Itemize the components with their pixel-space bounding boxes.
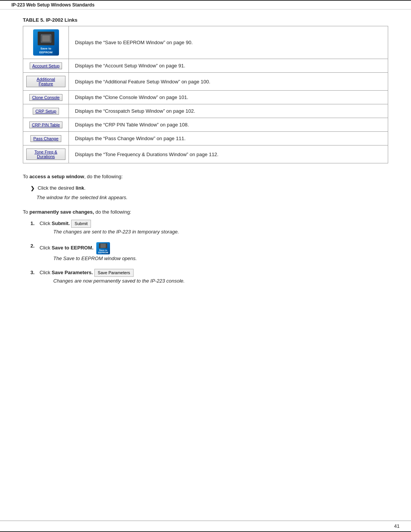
access-bold-text: access a setup window [29,174,84,179]
table-row: Additional Feature Displays the “Additio… [23,73,388,91]
pass-change-button[interactable]: Pass Change [30,135,61,142]
content-area: TABLE 5. IP-2002 Links Save toEEPROM Dis… [0,10,411,521]
page-wrapper: IP-223 Web Setup Windows Standards TABLE… [0,0,411,532]
account-setup-button[interactable]: Account Setup [30,62,62,69]
account-setup-desc: Displays the “Account Setup Window” on p… [69,59,388,73]
access-step-item: ❯ Click the desired link. [30,184,388,193]
save-instructions-section: To permanently save changes, do the foll… [23,208,388,288]
table-title-text: IP-2002 Links [45,17,78,23]
step-2: 2. Click Save to EEPROM. Save toEEPROM T… [30,242,388,266]
chip-visual [38,32,54,45]
step-1-prefix: Click [40,220,52,226]
step-1-bold: Submit. [52,220,70,226]
eeprom-label: Save toEEPROM [39,47,53,54]
save-intro-para: To permanently save changes, do the foll… [23,208,388,216]
table-row: Save toEEPROM Displays the “Save to EEPR… [23,26,388,59]
additional-feature-button[interactable]: Additional Feature [26,76,65,87]
page-number: 41 [394,523,400,529]
step-2-content: Click Save to EEPROM. Save toEEPROM The … [40,242,388,266]
instructions-section: To access a setup window, do the followi… [23,173,388,202]
crp-setup-cell: CRP Setup [23,104,69,118]
crp-setup-desc: Displays the “Crosspatch Setup Window” o… [69,104,388,118]
save-bold-text: permanently save changes, [29,209,94,215]
eeprom-desc: Displays the “Save to EEPROM Window” on … [69,26,388,59]
access-step-suffix: . [84,185,86,191]
access-step-prefix: Click the desired [38,185,76,191]
step-1-num: 1. [30,220,40,228]
eeprom-icon-button[interactable]: Save toEEPROM [33,29,59,56]
inline-eeprom-icon[interactable]: Save toEEPROM [96,242,110,254]
clone-console-desc: Displays the “Clone Console Window” on p… [69,91,388,104]
crp-pin-table-desc: Displays the “CRP PIN Table Window” on p… [69,118,388,132]
crp-pin-table-button[interactable]: CRP PIN Table [29,121,63,128]
tone-freq-cell: Tone Freq & Durations [23,145,69,163]
clone-console-cell: Clone Console [23,91,69,104]
access-suffix-text: , do the following: [84,174,123,179]
access-step-text: Click the desired link. [38,184,86,192]
save-suffix-text: do the following: [94,209,131,215]
chip-sm-inner [100,244,106,248]
chip-sm-label: Save toEEPROM [98,249,108,254]
table-row: CRP PIN Table Displays the “CRP PIN Tabl… [23,118,388,132]
table-row: CRP Setup Displays the “Crosspatch Setup… [23,104,388,118]
tone-freq-desc: Displays the “Tone Frequency & Durations… [69,145,388,163]
links-table: Save toEEPROM Displays the “Save to EEPR… [23,26,388,163]
step-1-italic: The changes are sent to the IP-223 in te… [53,228,388,236]
bullet-arrow-icon: ❯ [30,184,35,193]
pass-change-cell: Pass Change [23,132,69,145]
save-intro-text: To [23,209,29,215]
header-title: IP-223 Web Setup Windows Standards [11,2,94,8]
access-step-italic: The window for the selected link appears… [37,193,388,202]
table-title: TABLE 5. IP-2002 Links [23,17,388,23]
table-title-prefix: TABLE 5. [23,17,45,23]
table-row: Tone Freq & Durations Displays the “Tone… [23,145,388,163]
crp-pin-table-cell: CRP PIN Table [23,118,69,132]
submit-button[interactable]: Submit [71,220,91,228]
step-3-num: 3. [30,269,40,277]
footer-bar: 41 [0,521,411,532]
account-setup-cell: Account Setup [23,59,69,73]
step-3-content: Click Save Parameters. Save Parameters C… [40,269,388,288]
eeprom-icon-cell: Save toEEPROM [23,26,69,59]
step-3-prefix: Click [40,270,52,275]
save-parameters-button[interactable]: Save Parameters [94,269,134,277]
step-3: 3. Click Save Parameters. Save Parameter… [30,269,388,288]
table-row: Clone Console Displays the “Clone Consol… [23,91,388,104]
additional-feature-cell: Additional Feature [23,73,69,91]
step-3-italic: Changes are now permanently saved to the… [53,277,388,285]
access-intro-text: To [23,174,29,179]
clone-console-button[interactable]: Clone Console [29,94,62,101]
step-3-bold: Save Parameters. [52,270,93,275]
step-1-content: Click Submit. Submit The changes are sen… [40,220,388,239]
chip-center [42,35,50,42]
additional-feature-desc: Displays the “Additional Feature Setup W… [69,73,388,91]
access-intro-para: To access a setup window, do the followi… [23,173,388,181]
chip-sm [99,243,107,248]
table-row: Account Setup Displays the “Account Setu… [23,59,388,73]
step-2-italic: The Save to EEPROM window opens. [53,255,388,263]
pass-change-desc: Displays the “Pass Change Window” on pag… [69,132,388,145]
step-2-num: 2. [30,242,40,250]
step-2-bold: Save to EEPROM. [52,245,94,251]
step-2-prefix: Click [40,245,52,251]
table-row: Pass Change Displays the “Pass Change Wi… [23,132,388,145]
access-step-bold: link [76,185,84,191]
header-bar: IP-223 Web Setup Windows Standards [0,0,411,10]
step-1: 1. Click Submit. Submit The changes are … [30,220,388,239]
tone-freq-button[interactable]: Tone Freq & Durations [26,149,65,160]
numbered-steps: 1. Click Submit. Submit The changes are … [30,220,388,289]
crp-setup-button[interactable]: CRP Setup [33,108,59,115]
